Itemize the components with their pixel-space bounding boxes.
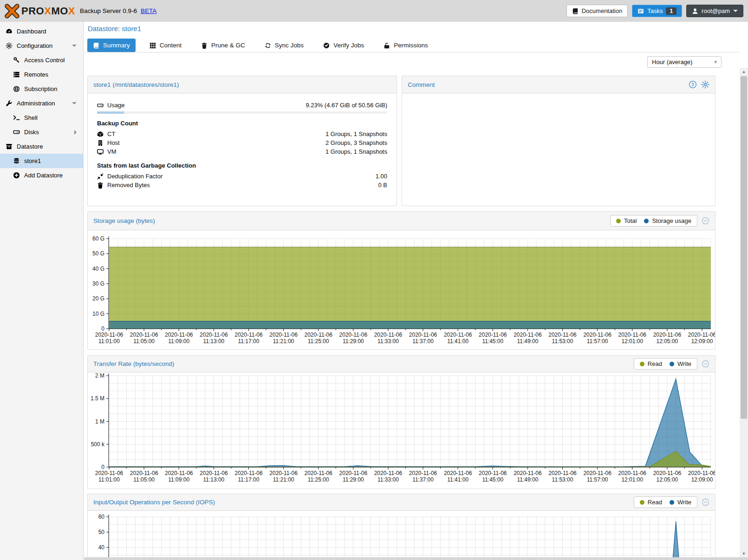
svg-text:2020-11-06: 2020-11-06 [409,332,437,338]
svg-text:11:49:00: 11:49:00 [517,476,538,483]
svg-text:2020-11-06: 2020-11-06 [165,332,193,338]
time-range-select[interactable]: Hour (average) ▾ [647,56,722,68]
chevron-down-icon[interactable] [72,45,77,47]
host-row: Host 2 Groups, 3 Snapshots [97,138,387,147]
scroll-down-arrow[interactable]: ▼ [740,550,748,557]
documentation-button[interactable]: Documentation [566,5,628,17]
sidebar-item-shell[interactable]: Shell [0,111,83,125]
sidebar-item-label: Datastore [17,143,43,150]
svg-text:11:13:00: 11:13:00 [203,476,224,483]
svg-text:2020-11-06: 2020-11-06 [548,332,577,338]
svg-text:11:05:00: 11:05:00 [133,476,155,483]
vertical-scrollbar[interactable]: ▲ ▼ [740,68,748,557]
tab-sync-jobs[interactable]: Sync Jobs [259,39,309,52]
scroll-up-arrow[interactable]: ▲ [740,68,748,75]
chevron-right-icon[interactable] [74,130,77,135]
chevron-down-icon: ▾ [714,59,717,65]
vm-row: VM 1 Groups, 1 Snapshots [97,147,387,156]
svg-text:11:37:00: 11:37:00 [412,338,434,345]
svg-text:2020-11-06: 2020-11-06 [339,332,368,338]
svg-text:11:45:00: 11:45:00 [482,338,503,345]
transfer-rate-chart: 0500 k1 M1.5 M2 M2020-11-0611:01:002020-… [88,372,715,484]
panel-title: store1 (/mnt/datastores/store1) [93,81,179,88]
chart-title: Transfer Rate (bytes/second) [93,360,174,367]
chevron-down-icon[interactable] [72,102,77,104]
svg-text:2020-11-06: 2020-11-06 [583,470,611,476]
svg-text:2020-11-06: 2020-11-06 [304,332,332,338]
tab-permissions[interactable]: Permissions [378,39,434,52]
sidebar-item-remotes[interactable]: Remotes [0,67,83,82]
dedup-row: Deduplication Factor 1.00 [97,172,387,181]
user-menu-button[interactable]: root@pam [686,5,743,17]
usage-row: Usage 9.23% (4.67 GiB of 50.56 GiB) [97,101,387,110]
svg-text:2020-11-06: 2020-11-06 [618,332,647,338]
bottom-edge [84,557,748,560]
datastore-summary-panel: store1 (/mnt/datastores/store1) Usage 9.… [87,76,397,206]
sidebar-item-access-control[interactable]: Access Control [0,53,83,67]
svg-text:2020-11-06: 2020-11-06 [514,470,542,476]
svg-text:11:53:00: 11:53:00 [552,338,573,345]
sync-icon [265,42,271,49]
scrollbar-thumb[interactable] [741,76,747,419]
svg-text:1 M: 1 M [95,418,104,425]
sidebar-item-disks[interactable]: Disks [0,125,83,139]
collapse-icon[interactable] [702,217,709,225]
svg-text:20 G: 20 G [92,295,104,302]
svg-text:2020-11-06: 2020-11-06 [95,332,124,338]
svg-text:0: 0 [101,464,104,470]
sidebar-item-label: Configuration [17,42,52,49]
tab-summary[interactable]: Summary [87,39,136,52]
collapse-icon[interactable] [702,360,709,368]
svg-text:11:57:00: 11:57:00 [587,476,608,483]
edit-chevron-circle-icon[interactable] [689,80,697,89]
removed-bytes-row: Removed Bytes 0 B [97,181,387,189]
svg-text:50: 50 [98,529,105,535]
svg-text:2020-11-06: 2020-11-06 [234,332,263,338]
tab-separator [84,52,740,52]
chart-title: Input/Output Operations per Second (IOPS… [93,499,215,506]
logo-text: PROXMOX [21,5,75,17]
tasks-button[interactable]: Tasks 1 [632,5,682,17]
svg-text:2020-11-06: 2020-11-06 [444,332,472,338]
usage-label: Usage [107,102,125,109]
svg-text:11:05:00: 11:05:00 [133,338,155,345]
sidebar-item-datastore[interactable]: Datastore [0,139,83,154]
hdd-icon [13,129,20,136]
svg-text:2020-11-06: 2020-11-06 [339,470,368,476]
tab-prune-gc[interactable]: Prune & GC [195,39,251,52]
tab-verify-jobs[interactable]: Verify Jobs [318,39,370,52]
beta-link[interactable]: BETA [141,7,156,14]
gear-icon[interactable] [701,80,709,89]
sidebar-item-add-datastore[interactable]: Add Datastore [0,168,83,182]
sidebar-item-configuration[interactable]: Configuration [0,39,83,53]
svg-text:2020-11-06: 2020-11-06 [130,470,158,476]
svg-text:2020-11-06: 2020-11-06 [200,332,228,338]
svg-text:2020-11-06: 2020-11-06 [479,470,507,476]
book-icon [93,42,99,49]
tasks-count-badge: 1 [666,7,676,15]
gear-icon [6,42,13,49]
user-icon [692,8,698,14]
storage-usage-chart: 010 G20 G30 G40 G50 G60 G2020-11-0611:01… [88,230,715,346]
legend-dot-read [640,362,644,366]
svg-text:2020-11-06: 2020-11-06 [234,470,263,476]
svg-text:2020-11-06: 2020-11-06 [583,332,611,338]
svg-text:11:21:00: 11:21:00 [273,476,294,483]
legend-dot-write [670,362,674,366]
svg-text:12:05:00: 12:05:00 [657,476,678,483]
sidebar-item-label: Dashboard [17,28,46,35]
ct-row: CT 1 Groups, 1 Snapshots [97,130,387,138]
sidebar-item-dashboard[interactable]: Dashboard [0,24,83,39]
sidebar-item-administration[interactable]: Administration [0,96,83,111]
collapse-icon[interactable] [702,498,709,506]
compress-icon [97,173,104,180]
sidebar-item-subscription[interactable]: Subscription [0,82,83,96]
svg-text:2020-11-06: 2020-11-06 [374,470,403,476]
chevron-down-icon [733,10,738,12]
svg-text:2020-11-06: 2020-11-06 [130,332,158,338]
svg-text:60: 60 [98,514,105,520]
archive-box-icon [6,143,13,150]
top-bar: PROXMOX Backup Server 0.9-6 BETA Documen… [0,0,748,22]
tab-content[interactable]: Content [144,39,187,52]
sidebar-item-store1[interactable]: store1 [0,154,83,168]
